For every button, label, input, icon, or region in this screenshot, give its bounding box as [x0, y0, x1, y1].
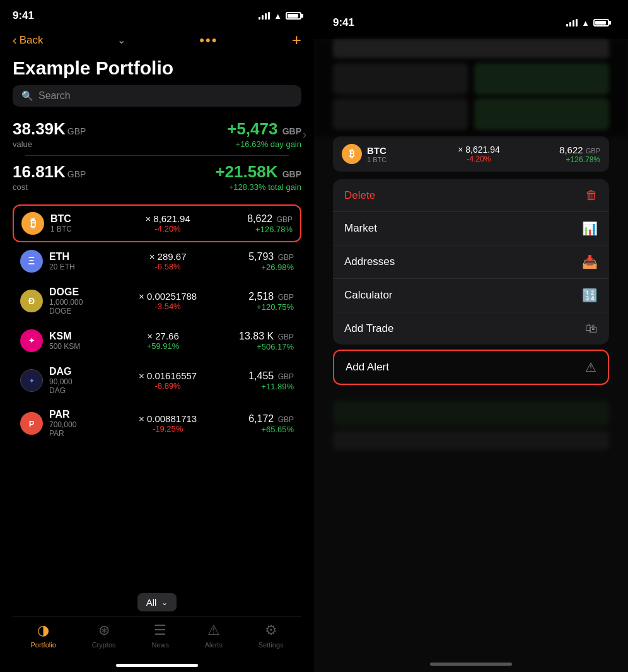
crypto-item-ksm[interactable]: ✦ KSM 500 KSM × 27.66 +59.91% 13.83 K GB…	[13, 323, 301, 358]
doge-value-col: 2,518 GBP +120.75%	[248, 291, 294, 312]
dag-gain: +11.89%	[248, 382, 294, 391]
tab-cryptos[interactable]: ⊛ Cryptos	[92, 622, 116, 649]
ctx-menu-market[interactable]: Market 📊	[333, 212, 609, 245]
chevron-left-icon: ‹	[13, 33, 17, 47]
right-home-indicator	[430, 663, 512, 666]
eth-value: 5,793 GBP	[248, 251, 294, 262]
par-icon: P	[20, 412, 43, 435]
back-button[interactable]: ‹ Back	[13, 33, 43, 47]
crypto-item-dag[interactable]: ✦ DAG 90,000 DAG × 0.01616557 -8.89% 1,4…	[13, 360, 301, 401]
doge-change: -3.54%	[87, 302, 248, 311]
total-gain-value: +21.58K GBP	[215, 162, 301, 182]
doge-icon: Ð	[20, 290, 43, 312]
crypto-item-eth[interactable]: Ξ ETH 20 ETH × 289.67 -6.58% 5,793 GBP +…	[13, 244, 301, 279]
portfolio-tab-icon: ◑	[37, 622, 49, 639]
ctx-menu-delete[interactable]: Delete 🗑	[333, 179, 609, 212]
eth-value-col: 5,793 GBP +26.98%	[248, 251, 294, 272]
portfolio-cost: 16.81KGBP	[13, 162, 86, 182]
dag-symbol: DAG	[49, 366, 87, 377]
portfolio-gain-section: +5,473 GBP +16.63% day gain	[227, 119, 301, 149]
dag-value: 1,455 GBP	[248, 370, 294, 382]
doge-value: 2,518 GBP	[248, 291, 294, 302]
par-value-col: 6,172 GBP +65.65%	[248, 413, 294, 434]
search-placeholder: Search	[38, 90, 71, 102]
right-status-time: 9:41	[333, 16, 354, 29]
total-gain-pct: +128.33% total gain	[215, 182, 301, 192]
dag-change: -8.89%	[87, 381, 248, 391]
dag-name-col: DAG 90,000 DAG	[49, 366, 87, 395]
btc-ctx-symbol: BTC	[367, 145, 398, 156]
eth-amount: 20 ETH	[49, 262, 87, 271]
ctx-add-alert-label: Add Alert	[346, 361, 389, 374]
ksm-change: +59.91%	[87, 341, 239, 351]
ctx-add-trade-label: Add Trade	[344, 322, 393, 335]
more-options-button[interactable]: •••	[199, 32, 218, 49]
ksm-name-col: KSM 500 KSM	[49, 331, 87, 351]
portfolio-cost-section: 16.81KGBP cost	[13, 162, 86, 192]
stats-row-2: 16.81KGBP cost +21.58K GBP +128.33% tota…	[13, 162, 301, 192]
ctx-delete-label: Delete	[344, 189, 375, 202]
back-label: Back	[20, 34, 44, 47]
context-menu-container: ₿ BTC 1 BTC × 8,621.94 -4.20% 8,622 GBP …	[314, 136, 628, 394]
alert-icon: ⚠	[585, 360, 596, 375]
btc-amount: 1 BTC	[50, 225, 88, 233]
btc-name-col: BTC 1 BTC	[50, 213, 88, 233]
btc-symbol: BTC	[50, 213, 88, 225]
doge-amount: 1,000,000 DOGE	[49, 298, 87, 315]
portfolio-value-section: 38.39KGBP value	[13, 119, 86, 149]
inbox-icon: 📥	[582, 254, 598, 269]
btc-ctx-gain: +126.78%	[559, 155, 600, 164]
portfolio-cost-label: cost	[13, 182, 86, 192]
tab-portfolio[interactable]: ◑ Portfolio	[30, 622, 55, 649]
ctx-menu-add-alert[interactable]: Add Alert ⚠	[334, 351, 608, 384]
ctx-menu-addresses[interactable]: Addresses 📥	[333, 245, 609, 279]
doge-gain: +120.75%	[248, 302, 294, 312]
filter-dropdown[interactable]: All ⌄	[137, 593, 177, 611]
crypto-item-btc[interactable]: ₿ BTC 1 BTC × 8,621.94 -4.20% 8,622 GBP …	[13, 204, 301, 242]
doge-name-col: DOGE 1,000,000 DOGE	[49, 286, 87, 315]
add-button[interactable]: +	[292, 30, 301, 50]
tab-news[interactable]: ☰ News	[151, 622, 169, 649]
context-menu: Delete 🗑 Market 📊 Addresses 📥 Calculator…	[333, 179, 609, 345]
dag-amount: 90,000 DAG	[49, 377, 87, 395]
btc-value-col: 8,622 GBP +126.78%	[247, 213, 293, 234]
settings-tab-icon: ⚙	[265, 622, 277, 639]
btc-ctx-amount: 1 BTC	[367, 156, 398, 163]
filter-label: All	[146, 597, 157, 608]
ksm-gain: +506.17%	[239, 342, 294, 351]
ctx-menu-calculator[interactable]: Calculator 🔢	[333, 279, 609, 312]
ctx-addresses-label: Addresses	[344, 256, 395, 268]
day-gain-pct: +16.63% day gain	[227, 139, 301, 149]
eth-change: -6.58%	[87, 262, 248, 271]
btc-ctx-change: -4.20%	[398, 155, 559, 163]
crypto-item-doge[interactable]: Ð DOGE 1,000,000 DOGE × 0.00251788 -3.54…	[13, 280, 301, 322]
news-tab-icon: ☰	[154, 622, 166, 639]
crypto-item-par[interactable]: P PAR 700,000 PAR × 0.00881713 -19.25% 6…	[13, 403, 301, 444]
news-tab-label: News	[151, 641, 169, 649]
btc-ctx-price-col: × 8,621.94 -4.20%	[398, 144, 559, 163]
btc-value: 8,622 GBP	[247, 213, 293, 225]
dropdown-arrow-icon[interactable]: ⌄	[117, 34, 125, 46]
tab-alerts[interactable]: ⚠ Alerts	[205, 622, 223, 649]
btc-context-row[interactable]: ₿ BTC 1 BTC × 8,621.94 -4.20% 8,622 GBP …	[333, 136, 609, 172]
home-indicator	[116, 664, 198, 667]
portfolio-tab-label: Portfolio	[30, 641, 55, 649]
ksm-price-col: × 27.66 +59.91%	[87, 331, 239, 351]
dag-multiplier: × 0.01616557	[87, 370, 248, 381]
btc-multiplier: × 8,621.94	[88, 213, 247, 224]
search-bar[interactable]: 🔍 Search	[13, 85, 301, 107]
settings-tab-label: Settings	[259, 641, 284, 649]
par-symbol: PAR	[49, 409, 87, 420]
ctx-menu-add-trade[interactable]: Add Trade 🛍	[333, 312, 609, 345]
par-amount: 700,000 PAR	[49, 420, 87, 438]
bag-icon: 🛍	[585, 321, 598, 336]
btc-ctx-value: 8,622 GBP	[559, 144, 600, 155]
wifi-icon: ▲	[274, 11, 282, 21]
tab-settings[interactable]: ⚙ Settings	[259, 622, 284, 649]
doge-symbol: DOGE	[49, 286, 87, 298]
stats-row-1: 38.39KGBP value +5,473 GBP +16.63% day g…	[13, 119, 301, 149]
eth-symbol: ETH	[49, 251, 87, 262]
chevron-down-icon: ⌄	[161, 598, 168, 607]
right-status-icons: ▲	[566, 18, 609, 28]
portfolio-title: Example Portfolio	[0, 55, 314, 85]
